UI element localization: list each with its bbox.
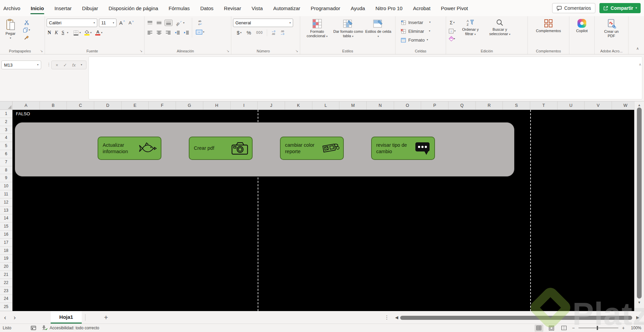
menu-tab-datos[interactable]: Datos [200,1,214,16]
previous-sheet-button[interactable]: ‹ [4,314,6,321]
menu-tab-acrobat[interactable]: Acrobat [412,1,431,16]
insert-cells-button[interactable]: Insertar▾ [400,18,432,27]
row-header-10[interactable]: 10 [0,182,12,190]
row-header-21[interactable]: 21 [0,271,12,279]
row-header-9[interactable]: 9 [0,174,12,182]
row-header-7[interactable]: 7 [0,158,12,166]
action-button-actualizar-informacion[interactable]: Actualizar informacion [98,137,161,160]
column-header-j[interactable]: J [258,101,285,110]
horizontal-scrollbar-thumb[interactable] [400,316,632,320]
row-header-15[interactable]: 15 [0,222,12,231]
column-header-f[interactable]: F [149,101,176,110]
column-header-n[interactable]: N [367,101,394,110]
conditional-formatting-button[interactable]: Formato condicional ▾ [302,18,332,47]
column-header-a[interactable]: A [12,101,40,110]
row-header-3[interactable]: 3 [0,126,12,134]
menu-tab-insertar[interactable]: Insertar [54,1,72,16]
fill-color-button[interactable]: ▾ [83,29,93,36]
row-header-2[interactable]: 2 [0,118,12,126]
align-top-button[interactable] [146,20,154,26]
alignment-dialog-launcher[interactable]: ↘ [227,49,229,53]
cell-styles-button[interactable]: Estilos de celda ▾ [364,18,392,47]
row-header-16[interactable]: 16 [0,231,12,239]
zoom-slider-thumb[interactable] [597,326,598,330]
fill-button[interactable]: ↓▾ [448,28,457,34]
paste-button[interactable]: Pegar ▾ [2,18,19,41]
macro-record-button[interactable] [30,325,37,331]
menu-tab-dibujar[interactable]: Dibujar [81,1,99,16]
increase-font-button[interactable]: A˄ [118,19,126,26]
font-color-button[interactable]: A▾ [94,29,103,36]
row-header-22[interactable]: 22 [0,279,12,287]
normal-view-button[interactable] [535,325,543,332]
row-header-5[interactable]: 5 [0,142,12,150]
percent-format-button[interactable]: % [246,29,252,36]
menu-tab-ayuda[interactable]: Ayuda [350,1,366,16]
select-all-corner[interactable] [0,101,12,110]
decrease-indent-button[interactable] [174,30,181,35]
share-button[interactable]: Compartir ▾ [599,3,641,13]
column-header-i[interactable]: I [231,101,258,110]
column-header-b[interactable]: B [40,101,67,110]
vertical-scrollbar-thumb[interactable] [637,108,642,299]
wrap-text-button[interactable]: abc↩ [195,19,205,26]
scrollbar-splitter[interactable]: ⋮ [384,314,389,321]
page-layout-view-button[interactable] [547,325,556,332]
increase-decimal-button[interactable]: ←0.00 [270,29,276,36]
column-header-q[interactable]: Q [448,101,476,110]
format-as-table-button[interactable]: Dar formato como tabla ▾ [333,18,363,47]
name-box[interactable]: M13 ▾ [1,61,41,69]
row-header-24[interactable]: 24 [0,295,12,303]
bold-button[interactable]: N [47,29,52,36]
format-cells-button[interactable]: Formato▾ [400,35,429,44]
decrease-font-button[interactable]: A˅ [128,20,135,26]
row-header-13[interactable]: 13 [0,207,12,215]
column-header-k[interactable]: K [285,101,312,110]
format-painter-button[interactable] [22,34,31,41]
insert-function-button[interactable]: fx [72,63,76,68]
scroll-up-icon[interactable]: ▲ [635,103,644,107]
action-button-revisar-tipo-de-cambio[interactable]: revisar tipo de cambio [371,137,435,160]
collapse-ribbon-button[interactable]: ∧ [635,46,640,51]
decrease-decimal-button[interactable]: .00→0 [279,29,285,36]
column-header-p[interactable]: P [421,101,448,110]
underline-button[interactable]: S [60,29,65,36]
row-header-18[interactable]: 18 [0,247,12,255]
vertical-scrollbar[interactable]: ▲ ▼ [634,101,644,311]
scroll-left-icon[interactable]: ◀ [395,315,398,320]
number-dialog-launcher[interactable]: ↘ [295,49,298,53]
row-header-12[interactable]: 12 [0,198,12,207]
cut-button[interactable] [22,19,31,26]
create-pdf-button[interactable]: Crear un PDF [602,18,621,47]
menu-tab-disposici-n-de-p-gina[interactable]: Disposición de página [108,1,159,16]
font-family-select[interactable]: Calibri▾ [47,19,97,27]
column-header-t[interactable]: T [530,101,558,110]
menu-tab-automatizar[interactable]: Automatizar [273,1,301,16]
borders-button[interactable]: ▾ [72,29,82,36]
menu-tab-inicio[interactable]: Inicio [30,1,45,16]
column-header-w[interactable]: W [612,101,634,110]
scroll-right-icon[interactable]: ▶ [636,315,639,320]
menu-tab-programador[interactable]: Programador [310,1,341,16]
row-header-14[interactable]: 14 [0,214,12,222]
sort-filter-button[interactable]: AZ Ordenar y filtrar ▾ [458,18,483,47]
scroll-down-icon[interactable]: ▼ [635,301,644,304]
number-format-select[interactable]: General▾ [233,19,293,27]
align-bottom-button[interactable] [164,20,173,26]
column-header-v[interactable]: V [585,101,612,110]
row-header-11[interactable]: 11 [0,190,12,198]
zoom-in-button[interactable]: + [622,325,625,331]
menu-tab-power-pivot[interactable]: Power Pivot [440,1,469,16]
align-left-button[interactable] [146,30,154,35]
sheet-canvas[interactable]: FALSO Actualizar informacion Crear pdf c… [12,110,634,311]
row-header-17[interactable]: 17 [0,239,12,247]
menu-tab-revisar[interactable]: Revisar [223,1,242,16]
menu-tab-f-rmulas[interactable]: Fórmulas [168,1,190,16]
column-header-s[interactable]: S [503,101,530,110]
column-header-e[interactable]: E [122,101,149,110]
formula-bar-splitter[interactable]: ⋮ [47,62,51,67]
orientation-button[interactable]: ab→▾ [174,20,185,25]
column-header-r[interactable]: R [476,101,503,110]
currency-format-button[interactable]: $▾ [236,29,242,36]
merge-center-button[interactable]: ↔▾ [195,29,205,35]
